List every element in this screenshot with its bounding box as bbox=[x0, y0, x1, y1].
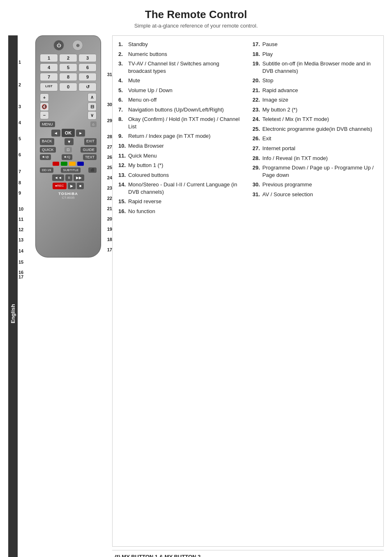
callout-6: 6 bbox=[18, 153, 23, 157]
btn-0[interactable]: 0 bbox=[59, 83, 77, 91]
ok-btn[interactable]: OK bbox=[62, 129, 75, 137]
item-num: 8. bbox=[118, 116, 128, 130]
source-button[interactable]: ⊕ bbox=[72, 40, 83, 51]
yellow-btn[interactable] bbox=[69, 162, 76, 166]
callout-31: 31 bbox=[107, 72, 112, 77]
item-text: Okay (Confirm) / Hold (in TXT mode) / Ch… bbox=[128, 116, 244, 130]
guide-btn[interactable]: GUIDE bbox=[81, 147, 97, 153]
item-row: 7.Navigation buttons (Up/Down/Left/Right… bbox=[118, 106, 244, 114]
item-text: Stop bbox=[263, 77, 378, 84]
item-text: Coloured buttons bbox=[128, 172, 244, 179]
callout-17-spacer: 17 bbox=[18, 275, 23, 279]
item-text: Image size bbox=[263, 96, 378, 104]
rec-btn[interactable]: ●REC bbox=[53, 183, 67, 189]
quick-guide-row: QUICK ⊡ GUIDE bbox=[40, 147, 97, 153]
item-row: 16.No function bbox=[118, 208, 244, 215]
ch-up-btn[interactable]: ∧ bbox=[88, 93, 97, 102]
tv-btn[interactable]: ⬛ bbox=[88, 167, 97, 173]
item-text: My button 2 (*) bbox=[263, 106, 378, 114]
red-btn[interactable] bbox=[53, 162, 59, 166]
home-btn[interactable]: ⌂ bbox=[90, 121, 97, 127]
item-row: 14.Mono/Stereo - Dual I-II / Current Lan… bbox=[118, 181, 244, 195]
pause-btn[interactable]: II bbox=[65, 174, 72, 181]
green-btn[interactable] bbox=[61, 162, 67, 166]
items-left-col: 1.Standby2.Numeric buttons3.TV-AV / Chan… bbox=[116, 39, 246, 543]
item-num: 11. bbox=[118, 152, 128, 160]
rew-btn[interactable]: ◄◄ bbox=[52, 174, 65, 181]
play-btn[interactable]: ▶ bbox=[68, 183, 76, 189]
btn-2[interactable]: 2 bbox=[59, 54, 77, 62]
media-row: DD I/II SUBTITLE ⬛ bbox=[40, 167, 97, 173]
my1-btn[interactable]: ★/@ bbox=[40, 154, 51, 160]
btn-8[interactable]: 8 bbox=[59, 73, 77, 81]
callout-left: 1 2 3 4 5 6 7 8 9 10 11 12 13 14 15 16 1 bbox=[18, 60, 23, 283]
btn-9[interactable]: 9 bbox=[78, 73, 97, 81]
menu-btn[interactable]: MENU bbox=[40, 121, 55, 127]
subtitle-btn[interactable]: SUBTITLE bbox=[61, 167, 81, 173]
callout-18: 18 bbox=[107, 237, 112, 242]
callout-14: 14 bbox=[18, 249, 23, 253]
stop-btn[interactable]: ■ bbox=[77, 183, 84, 189]
blue-btn[interactable] bbox=[77, 162, 84, 166]
item-text: Previous programme bbox=[263, 181, 378, 188]
back-btn[interactable]: BACK bbox=[40, 138, 54, 145]
vol-ch-row: + 🔇 − ∧ ⊟ ∨ bbox=[40, 93, 97, 120]
item-row: 1.Standby bbox=[118, 41, 244, 48]
item-num: 23. bbox=[253, 106, 263, 114]
item-num: 16. bbox=[118, 208, 128, 215]
callout-7: 7 bbox=[18, 169, 23, 174]
fwd-btn[interactable]: ▶▶ bbox=[74, 174, 84, 181]
standby-button[interactable]: ⏻ bbox=[53, 40, 64, 51]
remote-top-buttons: ⏻ ⊕ bbox=[40, 40, 97, 51]
item-text: Navigation buttons (Up/Down/Left/Right) bbox=[128, 106, 244, 114]
down-btn[interactable]: ▼ bbox=[65, 138, 74, 145]
vol-up-btn[interactable]: + bbox=[40, 93, 49, 102]
exit-btn[interactable]: EXIT bbox=[84, 138, 97, 145]
my2-btn[interactable]: ★/Q bbox=[62, 154, 72, 160]
btn-5[interactable]: 5 bbox=[59, 63, 77, 72]
btn-1[interactable]: 1 bbox=[40, 54, 58, 62]
item-row: 28.Info / Reveal (in TXT mode) bbox=[253, 155, 378, 162]
page-title: The Remote Control bbox=[8, 8, 384, 21]
item-text: My button 1 (*) bbox=[128, 162, 244, 169]
quick-btn[interactable]: QUICK bbox=[40, 147, 56, 153]
item-text: Electronic programme guide(in DVB channe… bbox=[263, 125, 378, 133]
btn-7[interactable]: 7 bbox=[40, 73, 58, 81]
item-row: 8.Okay (Confirm) / Hold (in TXT mode) / … bbox=[118, 116, 244, 130]
btn-list[interactable]: LIST bbox=[40, 83, 58, 91]
item-num: 2. bbox=[118, 51, 128, 58]
item-row: 31.AV / Source selection bbox=[253, 191, 378, 198]
transport-row2: ●REC ▶ ■ bbox=[40, 183, 97, 189]
text-btn[interactable]: TEXT bbox=[83, 154, 97, 160]
vol-down-btn[interactable]: − bbox=[40, 111, 49, 119]
epg-btn[interactable]: ⊟ bbox=[88, 102, 97, 111]
btn-3[interactable]: 3 bbox=[78, 54, 97, 62]
btn-4[interactable]: 4 bbox=[40, 63, 58, 72]
item-num: 1. bbox=[118, 41, 128, 48]
item-num: 6. bbox=[118, 96, 128, 104]
dd-btn[interactable]: DD I/II bbox=[40, 167, 53, 173]
brand-label: TOSHIBA bbox=[40, 192, 97, 196]
item-num: 10. bbox=[118, 142, 128, 150]
callout-3: 3 bbox=[18, 104, 23, 109]
mute-btn[interactable]: 🔇 bbox=[40, 102, 49, 111]
ch-down-btn[interactable]: ∨ bbox=[88, 111, 97, 120]
items-area: 1.Standby2.Numeric buttons3.TV-AV / Chan… bbox=[112, 35, 384, 557]
callout-13: 13 bbox=[18, 238, 23, 242]
right-btn[interactable]: ► bbox=[76, 130, 85, 137]
item-text: Mute bbox=[128, 77, 244, 84]
my-button-section: (*) MY BUTTON 1 & MY BUTTON 2 These butt… bbox=[112, 550, 384, 557]
remote-area: 1 2 3 4 5 6 7 8 9 10 11 12 13 14 15 16 1 bbox=[18, 35, 112, 557]
callout-24: 24 bbox=[107, 176, 112, 180]
btn-recall[interactable]: ↺ bbox=[78, 83, 97, 91]
btn-6[interactable]: 6 bbox=[78, 63, 97, 72]
left-btn[interactable]: ◄ bbox=[51, 130, 60, 137]
item-row: 9.Return / Index page (in TXT mode) bbox=[118, 132, 244, 140]
callout-1: 1 bbox=[18, 60, 23, 65]
media-btn[interactable]: ⊡ bbox=[65, 147, 72, 153]
item-row: 30.Previous programme bbox=[253, 181, 378, 188]
callout-4: 4 bbox=[18, 121, 23, 125]
item-num: 21. bbox=[253, 87, 263, 94]
item-row: 4.Mute bbox=[118, 77, 244, 84]
callout-27: 27 bbox=[107, 145, 112, 149]
